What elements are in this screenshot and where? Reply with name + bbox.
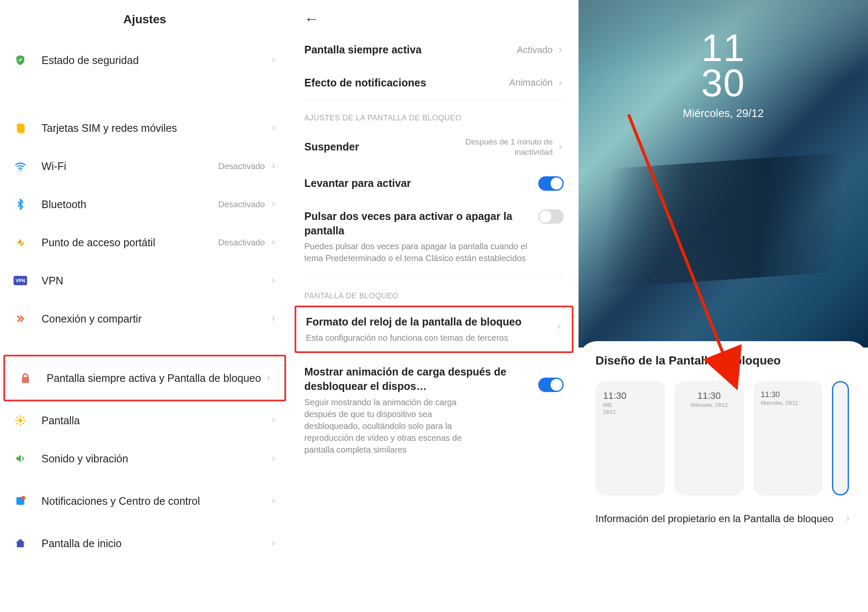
sim-icon: [13, 120, 28, 136]
home-item[interactable]: Pantalla de inicio: [0, 524, 289, 562]
chevron-right-icon: [270, 277, 277, 284]
sim-item[interactable]: Tarjetas SIM y redes móviles: [0, 109, 289, 147]
item-label: Pantalla siempre activa y Pantalla de bl…: [47, 371, 265, 385]
item-label: Bluetooth: [42, 198, 218, 211]
item-label: Conexión y compartir: [42, 312, 270, 326]
hotspot-item[interactable]: Punto de acceso portátil Desactivado: [0, 223, 289, 261]
owner-info-row[interactable]: Información del propietario en la Pantal…: [595, 512, 851, 526]
row-title: Levantar para activar: [304, 176, 534, 191]
thumb-time: 11:30: [682, 390, 736, 401]
row-title: Suspender: [304, 140, 464, 154]
chevron-right-icon: [555, 323, 562, 330]
shield-icon: [13, 53, 28, 68]
chevron-right-icon: [270, 455, 277, 462]
speaker-icon: [13, 451, 28, 466]
layout-thumbnails: 11:30 MIE 29/12 11:30 Miércoles, 29/12 1…: [595, 381, 851, 495]
doubletap-toggle[interactable]: [538, 209, 564, 224]
clock-date: Miércoles, 29/12: [579, 107, 868, 120]
item-value: Desactivado: [218, 161, 265, 171]
svg-point-14: [21, 496, 25, 500]
svg-line-11: [17, 423, 18, 424]
item-value: Desactivado: [218, 200, 265, 209]
charge-anim-row[interactable]: Mostrar animación de carga después de de…: [289, 353, 579, 465]
notifications-item[interactable]: Notificaciones y Centro de control: [0, 478, 289, 524]
chevron-right-icon: [557, 80, 564, 86]
sun-icon: [13, 413, 28, 428]
wifi-icon: [13, 159, 28, 174]
chevron-right-icon: [265, 375, 272, 381]
item-label: Notificaciones y Centro de control: [42, 494, 270, 508]
item-label: Estado de seguridad: [42, 53, 270, 67]
svg-point-4: [18, 418, 22, 422]
clock-hours: 11: [579, 31, 868, 66]
thumb-time: 11:30: [603, 390, 657, 401]
sound-item[interactable]: Sonido y vibración: [0, 440, 289, 478]
item-value: Desactivado: [218, 238, 265, 248]
lockscreen-preview-panel: 11 30 Miércoles, 29/12 Diseño de la Pant…: [579, 0, 868, 612]
thumb-time: 11:30: [761, 390, 815, 399]
row-value: Después de 1 minuto de inactividad: [464, 137, 553, 158]
security-status-item[interactable]: Estado de seguridad: [0, 41, 289, 79]
chevron-right-icon: [557, 144, 564, 150]
chevron-right-icon: [270, 540, 277, 547]
item-label: VPN: [42, 274, 270, 288]
layout-option-3[interactable]: 11:30 Miércoles, 29/12: [753, 381, 823, 495]
row-value: Activado: [517, 44, 553, 56]
notif-effect-row[interactable]: Efecto de notificaciones Animación: [289, 67, 579, 100]
wifi-item[interactable]: Wi-Fi Desactivado: [0, 147, 289, 185]
chevron-right-icon: [270, 239, 277, 246]
item-label: Pantalla de inicio: [42, 537, 270, 551]
raise-toggle[interactable]: [538, 176, 564, 191]
arrow-left-icon: ←: [304, 11, 319, 27]
back-button[interactable]: ←: [289, 0, 579, 33]
row-title: Mostrar animación de carga después de de…: [304, 365, 534, 394]
bluetooth-item[interactable]: Bluetooth Desactivado: [0, 185, 289, 223]
notification-icon: [13, 493, 28, 509]
item-label: Punto de acceso portátil: [42, 236, 218, 250]
layout-option-4[interactable]: [832, 381, 849, 495]
item-label: Wi-Fi: [42, 159, 218, 173]
clock-minutes: 30: [579, 66, 868, 101]
svg-point-2: [19, 170, 21, 171]
row-subtitle: Seguir mostrando la animación de carga d…: [304, 396, 482, 456]
chevron-right-icon: [270, 498, 277, 504]
svg-rect-1: [18, 125, 25, 134]
hotspot-icon: [13, 235, 28, 250]
thumb-date: Miércoles, 29/12: [682, 402, 736, 408]
aod-row[interactable]: Pantalla siempre activa Activado: [289, 33, 579, 67]
bluetooth-icon: [13, 197, 28, 212]
charge-toggle[interactable]: [538, 378, 564, 392]
chevron-right-icon: [844, 515, 851, 522]
row-title: Pantalla siempre activa: [304, 43, 517, 57]
design-sheet: Diseño de la Pantalla de bloqueo 11:30 M…: [579, 341, 868, 612]
vpn-item[interactable]: VPN VPN: [0, 261, 289, 300]
thumb-day: MIE: [603, 402, 657, 408]
doubletap-row[interactable]: Pulsar dos veces para activar o apagar l…: [289, 200, 579, 274]
thumb-date: 29/12: [603, 409, 657, 415]
svg-line-9: [17, 417, 18, 418]
item-label: Tarjetas SIM y redes móviles: [42, 121, 270, 135]
chevron-right-icon: [270, 163, 277, 170]
owner-label: Información del propietario en la Pantal…: [595, 512, 844, 526]
sheet-title: Diseño de la Pantalla de bloqueo: [595, 354, 851, 367]
display-item[interactable]: Pantalla: [0, 401, 289, 440]
section-header: PANTALLA DE BLOQUEO: [289, 278, 579, 306]
clock-format-row[interactable]: Formato del reloj de la pantalla de bloq…: [295, 306, 573, 353]
chevron-right-icon: [270, 57, 277, 64]
layout-option-1[interactable]: 11:30 MIE 29/12: [595, 381, 665, 495]
lockscreen-clock: 11 30 Miércoles, 29/12: [579, 31, 868, 120]
lockscreen-item[interactable]: Pantalla siempre activa y Pantalla de bl…: [3, 355, 286, 401]
raise-row[interactable]: Levantar para activar: [289, 167, 579, 200]
sleep-row[interactable]: Suspender Después de 1 minuto de inactiv…: [289, 128, 579, 167]
chevron-right-icon: [270, 201, 277, 208]
chevron-right-icon: [270, 417, 277, 424]
chevron-right-icon: [270, 125, 277, 131]
vpn-icon: VPN: [13, 273, 28, 288]
row-title: Formato del reloj de la pantalla de bloq…: [306, 315, 555, 329]
chevron-right-icon: [270, 315, 277, 322]
item-label: Sonido y vibración: [42, 452, 270, 466]
layout-option-2[interactable]: 11:30 Miércoles, 29/12: [674, 381, 744, 495]
row-title: Pulsar dos veces para activar o apagar l…: [304, 209, 534, 238]
share-item[interactable]: Conexión y compartir: [0, 300, 289, 338]
svg-line-10: [23, 423, 24, 424]
